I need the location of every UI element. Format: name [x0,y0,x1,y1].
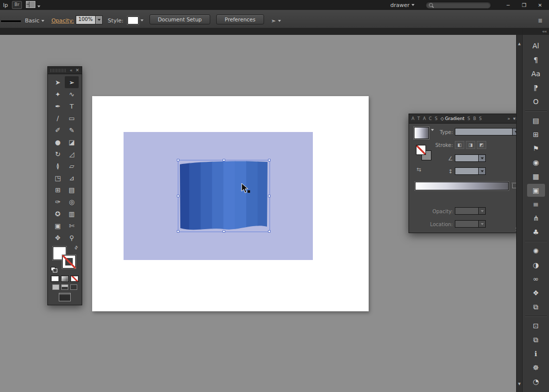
eraser-tool[interactable]: ◪ [65,136,79,148]
panel-menu-icon[interactable]: ▾≣ [513,116,516,121]
fill-proxy-swatch[interactable] [416,145,426,155]
color-button[interactable] [51,275,59,282]
gradient-stroke-option-3[interactable]: ◩ [477,141,486,149]
line-segment-tool[interactable]: ∕ [51,112,65,124]
search-input[interactable] [425,1,491,9]
gradient-thumbnail[interactable] [414,127,429,139]
free-transform-tool[interactable]: ▱ [65,160,79,172]
vertical-scrollbar[interactable]: ▲ ▼ [516,35,522,392]
maximize-button[interactable]: ❐ [518,2,530,8]
paragraph-styles-panel-icon[interactable]: ⁋ [527,81,545,94]
panel-tab-right-3[interactable]: S [479,116,482,121]
paintbrush-tool[interactable]: ✐ [51,124,65,136]
perspective-grid-tool[interactable]: ⊿ [65,172,79,184]
scroll-up-arrow[interactable]: ▲ [517,42,522,46]
color-themes-panel-icon[interactable]: ∞ [527,272,545,285]
symbols-panel-icon[interactable]: ⋔ [527,212,545,225]
panel-tab-left-1[interactable]: A [412,116,414,121]
selection-bounding-box[interactable] [178,160,270,232]
gradient-type-dropdown[interactable] [455,128,516,135]
close-panel-icon[interactable]: ✕ [75,68,79,73]
zoom-tool[interactable]: ⚲ [65,232,79,244]
selection-handle[interactable] [177,230,179,233]
swatches-panel-icon[interactable]: ▦ [527,170,545,183]
direct-selection-tool[interactable]: ➢ [65,76,79,88]
gradient-aspect-field[interactable] [455,167,486,175]
dock-header[interactable]: «« [523,28,549,35]
rotate-tool[interactable]: ↻ [51,148,65,160]
asset-export-panel-icon[interactable]: ⧉ [527,333,545,346]
gradient-stroke-option-2[interactable]: ◨ [466,141,475,149]
width-profile-dropdown[interactable]: Basic [23,17,46,24]
tab-gradient[interactable]: ◇Gradient [440,116,464,121]
document-canvas[interactable]: « ✕ ➤➢✦∿✒T∕▭✐✎●◪↻◿≬▱◳⊿⊞▤✑◎✪▥▣✄✥⚲ ⇄ [0,35,516,392]
panel-overflow-icon[interactable]: » [507,116,510,121]
panel-tab-left-2[interactable]: T [417,116,420,121]
collapse-panel-icon[interactable]: « [70,68,73,73]
rectangle-tool[interactable]: ▭ [65,112,79,124]
document-setup-button[interactable]: Document Setup [149,14,210,24]
arrange-documents-control[interactable] [26,1,40,9]
paragraph-panel-icon[interactable]: ¶ [527,53,545,66]
color-wheel-panel-icon[interactable]: ☸ [527,361,545,374]
workspace-switcher[interactable]: drawer [390,2,414,8]
panel-tab-right-2[interactable]: B [473,116,476,121]
selection-handle[interactable] [268,230,271,233]
navigator-panel-icon[interactable]: ⊡ [527,319,545,332]
panel-tab-right-1[interactable]: S [467,116,470,121]
selection-handle[interactable] [223,159,225,161]
gradient-angle-field[interactable] [455,154,486,162]
glyphs-panel-icon[interactable]: Aa [527,67,545,80]
stroke-panel-icon[interactable]: ≡ [527,198,545,211]
document-info-panel-icon[interactable]: ◔ [527,375,545,388]
bridge-icon[interactable]: Br [12,1,22,9]
selection-handle[interactable] [268,195,271,197]
blob-brush-tool[interactable]: ● [51,136,65,148]
panel-tab-left-5[interactable]: S [435,116,437,121]
select-similar-control[interactable]: ➣ [271,17,281,24]
slice-tool[interactable]: ✄ [65,220,79,232]
control-panel-menu-icon[interactable]: ≣ [538,17,542,24]
stop-location-field[interactable] [455,220,486,228]
magic-wand-tool[interactable]: ✦ [51,88,65,100]
scroll-down-arrow[interactable]: ▼ [517,382,522,386]
selection-tool[interactable]: ➤ [51,76,65,88]
opacity-dropdown-arrow[interactable] [95,16,102,24]
info-panel-icon[interactable]: ℹ [527,347,545,360]
width-tool[interactable]: ≬ [51,160,65,172]
panel-resize-grip[interactable] [516,227,516,232]
column-graph-tool[interactable]: ▥ [65,208,79,220]
pen-tool[interactable]: ✒ [51,100,65,112]
delete-stop-icon[interactable] [512,182,516,188]
layers-panel-icon[interactable]: ❖ [527,286,545,299]
color-guide-panel-icon[interactable]: ◑ [527,259,545,271]
pencil-tool[interactable]: ✎ [65,124,79,136]
draw-inside-button[interactable] [70,284,77,290]
gradient-panel-icon[interactable]: ▣ [527,184,545,197]
menu-help-fragment[interactable]: lp [3,2,8,8]
character-panel-icon[interactable]: Al [527,39,545,52]
selection-handle[interactable] [268,159,271,161]
style-swatch-dropdown[interactable] [128,16,143,24]
hand-tool[interactable]: ✥ [51,232,65,244]
stroke-profile-preview[interactable] [1,20,21,22]
reverse-gradient-icon[interactable]: ⇆ [416,166,421,173]
gradient-stroke-option-1[interactable]: ◧ [455,141,464,149]
none-button[interactable] [70,275,79,282]
links-panel-icon[interactable]: ▤ [527,114,545,127]
panel-grip[interactable] [50,69,67,72]
shape-builder-tool[interactable]: ◳ [51,172,65,184]
minimize-button[interactable]: ─ [502,2,514,8]
lasso-tool[interactable]: ∿ [65,88,79,100]
panel-tab-left-3[interactable]: A [423,116,426,121]
close-button[interactable]: ✕ [534,2,546,8]
artboard-tool[interactable]: ▣ [51,220,65,232]
graphic-styles-panel-icon[interactable]: ✺ [527,245,545,258]
type-tool[interactable]: T [65,100,79,112]
stroke-swatch[interactable] [62,255,76,268]
default-fill-stroke-icon[interactable] [51,267,57,272]
symbol-sprayer-tool[interactable]: ✪ [51,208,65,220]
blend-tool[interactable]: ◎ [65,196,79,208]
selection-handle[interactable] [223,230,225,233]
selection-handle[interactable] [177,159,179,161]
